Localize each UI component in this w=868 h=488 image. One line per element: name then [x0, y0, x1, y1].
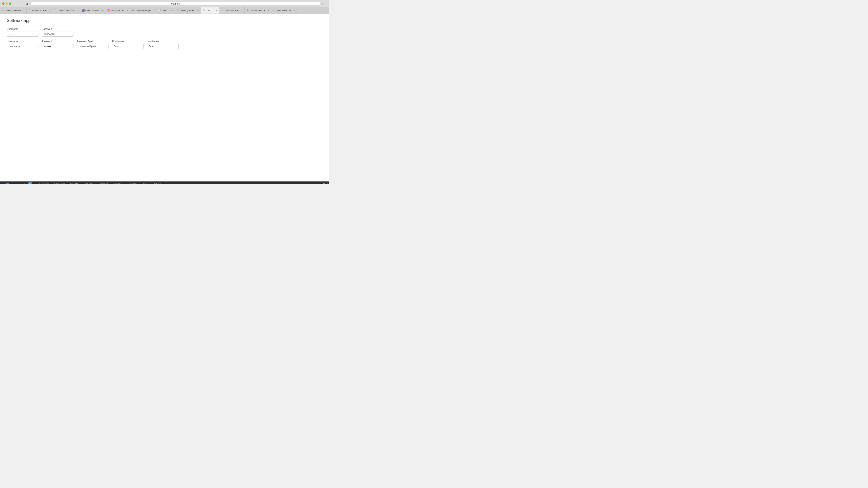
tab-close-javascript[interactable]: ×: [127, 9, 128, 12]
tab-title-todo2: Todo: [207, 9, 215, 12]
back-btn[interactable]: ‹: [13, 2, 17, 6]
devtools-close-btn[interactable]: ✕: [0, 182, 5, 184]
devtools-tab-konsole[interactable]: Konsole: [52, 182, 68, 184]
devtools-tab-layer[interactable]: Layer: [139, 182, 150, 184]
devtools-tab-timelines[interactable]: Timelines: [96, 182, 111, 184]
tab-title-working: Working with th...: [180, 9, 197, 12]
traffic-lights: [2, 2, 11, 5]
devtools-tab-elemente[interactable]: Elemente: [37, 182, 52, 184]
resume-btn[interactable]: ▶: [6, 183, 9, 185]
tab-title-input: <input type="d...: [225, 9, 240, 12]
password1-label: Passwort: [42, 28, 73, 30]
tab-java[interactable]: ☕ Java/Kotlin Scra... ×: [53, 7, 80, 13]
devtools-tab-speicher[interactable]: Speicher: [111, 182, 125, 184]
tab-title-github: Latest GitHub H...: [250, 9, 267, 12]
username1-label: Username: [7, 28, 38, 30]
settings-btn[interactable]: ⚙: [326, 183, 329, 184]
forward-btn[interactable]: ›: [18, 2, 22, 6]
tab-input[interactable]: <> <input type="d... ×: [219, 7, 245, 13]
tab-favicon-working: W: [177, 9, 180, 12]
close-window-btn[interactable]: [2, 2, 4, 5]
tab-title-todo1: Todo: [162, 9, 170, 12]
app-area: Softwork.app Username Passwort Username: [0, 14, 329, 57]
tab-working[interactable]: W Working with th... ×: [175, 7, 201, 13]
tab-todo2[interactable]: 📋 Todo ×: [201, 7, 219, 13]
firstname-input[interactable]: [112, 43, 144, 49]
sidebar-toggle-btn[interactable]: ⊞: [24, 1, 29, 6]
form-section-1: Username Passwort: [7, 28, 322, 37]
minimize-window-btn[interactable]: [6, 2, 8, 5]
tab-todo1[interactable]: 📋 Todo ×: [157, 7, 175, 13]
main-content: Softwork.app Username Passwort Username: [0, 14, 329, 182]
devtools-tab-quellen[interactable]: Quellen: [68, 182, 81, 184]
new-tab-btn[interactable]: +: [325, 2, 327, 5]
tab-close-java[interactable]: ×: [76, 9, 78, 12]
konsole-notification: [63, 183, 65, 185]
tab-favicon-javascript: JS: [107, 9, 110, 12]
nav-buttons: ‹ ›: [13, 2, 22, 6]
password2-label: Passwort: [42, 40, 73, 43]
sources-icon: { }: [28, 182, 32, 185]
maximize-window-btn[interactable]: [9, 2, 11, 5]
firstname-label: First Name: [112, 40, 144, 43]
step-into-btn[interactable]: ↓: [13, 183, 15, 184]
tab-androidx[interactable]: 🤖 androidx/Wrapp... ×: [130, 7, 157, 13]
tab-title-androidx: androidx/Wrapp...: [136, 9, 153, 12]
tab-github[interactable]: 🐙 Latest GitHub H... ×: [245, 7, 271, 13]
tab-title-javascript: javascript · Ho...: [111, 9, 126, 12]
tab-title-issues: Issues · hfhbd/P...: [5, 9, 22, 12]
nav-left-btn[interactable]: ‹: [33, 183, 35, 184]
nav-right-btn[interactable]: ›: [35, 183, 36, 184]
password2-input[interactable]: [42, 43, 73, 49]
tab-favicon-validation: ✓: [29, 9, 31, 12]
step-out-btn[interactable]: ↑: [16, 183, 18, 184]
tab-favicon-todo2: 📋: [203, 9, 206, 12]
passwordagain-label: Passwort Again: [77, 40, 108, 43]
tab-close-validation[interactable]: ×: [50, 9, 51, 12]
form-field-password1: Passwort: [42, 28, 73, 37]
tab-close-kotlinx[interactable]: ×: [102, 9, 103, 12]
tab-close-input[interactable]: ×: [241, 9, 243, 12]
tab-close-issues[interactable]: ×: [23, 9, 25, 12]
username1-input[interactable]: [7, 31, 38, 37]
form-row-1: Username Passwort: [7, 28, 322, 37]
form-field-password2: Passwort: [42, 40, 73, 49]
share-btn[interactable]: ⬆: [322, 2, 324, 5]
tab-close-todo1[interactable]: ×: [172, 9, 173, 12]
step-btn[interactable]: →: [19, 183, 22, 184]
lastname-input[interactable]: [147, 43, 179, 49]
tab-favicon-kotlinx: K: [82, 9, 85, 12]
devtools-tab-pruefung[interactable]: Prüfung: [150, 182, 163, 184]
tab-close-androidx[interactable]: ×: [153, 9, 155, 12]
tab-favicon-todo1: 📋: [159, 9, 161, 12]
devtools-tab-netzwerk[interactable]: Netzwerk: [81, 182, 96, 184]
username2-input[interactable]: [7, 43, 38, 49]
search-btn[interactable]: 🔍: [322, 183, 326, 184]
tab-favicon-github: 🐙: [246, 9, 249, 12]
tab-favicon-issues: ●: [2, 9, 4, 12]
passwordagain-input[interactable]: [77, 43, 108, 49]
tab-validation[interactable]: ✓ Validation · Boo... ×: [27, 7, 53, 13]
tab-close-github[interactable]: ×: [268, 9, 269, 12]
tab-javascript[interactable]: JS javascript · Ho... ×: [105, 7, 130, 13]
step-over-btn[interactable]: ⤵: [10, 183, 12, 184]
form-field-username2: Username: [7, 40, 38, 49]
form-field-username1: Username: [7, 28, 38, 37]
tab-favicon-newissue: ●: [273, 9, 276, 12]
tab-close-newissue[interactable]: ×: [294, 9, 296, 12]
tab-title-kotlinx: kotlinx-datetim...: [86, 9, 101, 12]
devtools-tabs-bar: ✕ ▶ ⤵ ↓ ↑ → ⊘ { } ‹ › Elemente Konsole Q…: [0, 182, 329, 184]
password1-input[interactable]: [42, 31, 73, 37]
username2-label: Username: [7, 40, 38, 43]
tabs-bar: ● Issues · hfhbd/P... × ✓ Validation · B…: [0, 7, 329, 13]
title-bar: ‹ › ⊞ localhost ⬆ +: [0, 0, 329, 7]
deactivate-bp-btn[interactable]: ⊘: [23, 183, 26, 184]
tab-close-working[interactable]: ×: [198, 9, 199, 12]
tab-close-todo2[interactable]: ×: [216, 9, 217, 12]
tab-issues[interactable]: ● Issues · hfhbd/P... ×: [0, 7, 27, 13]
tab-newissue[interactable]: ● New Issue · Jet... ×: [271, 7, 298, 13]
devtools-tab-grafiken[interactable]: Grafiken: [125, 182, 139, 184]
tab-kotlinx[interactable]: K kotlinx-datetim... ×: [80, 7, 105, 13]
browser-chrome: ‹ › ⊞ localhost ⬆ + ● Issues · hfhbd/P..…: [0, 0, 329, 14]
address-bar[interactable]: localhost: [31, 2, 320, 6]
